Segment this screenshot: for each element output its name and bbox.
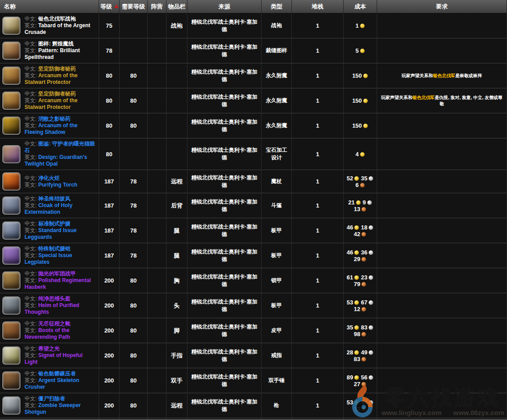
cell-stack: 1 <box>292 243 344 268</box>
legguards-icon[interactable] <box>2 221 21 240</box>
cell-level: 200 <box>99 343 120 368</box>
item-row: 中文: 图样: 辉煌魔线英文: Pattern: Brilliant Spell… <box>0 38 507 63</box>
copper-coin-icon <box>362 332 366 337</box>
requirement-faction-link[interactable]: 银色北伐军 <box>412 95 435 100</box>
hauberk-icon[interactable] <box>2 271 21 290</box>
cn-label: 中文: <box>25 220 38 227</box>
item-name-cn-link[interactable]: 神圣终结披风 <box>38 195 71 202</box>
cost-silver-amount: 36 <box>361 249 374 256</box>
cell-cost: 53 67 12 <box>344 293 377 318</box>
item-row: 中文: 抛光的军团战甲英文: Polished Regimental Haube… <box>0 268 507 293</box>
cell-item-name: 中文: 净化火炬英文: Purifying Torch <box>0 170 99 193</box>
column-header-slot[interactable]: 物品栏 <box>166 0 187 13</box>
cn-label: 中文: <box>25 295 38 302</box>
item-name-lines: 中文: 特殊制式腿铠英文: Special Issue Legplates <box>25 245 97 266</box>
column-header-req-level[interactable]: 需要等级 <box>120 0 148 13</box>
cell-cost: 52 35 6 <box>344 170 377 193</box>
requirement-text: 是仇恨, 敌对, 敌意, 中立, 友善或尊敬 <box>435 95 503 106</box>
torch-icon[interactable] <box>2 172 21 191</box>
cell-source: 精锐北伐军战士奥利卡·塞加德 <box>187 88 262 113</box>
item-name-cn-link[interactable]: 标准制式护腿 <box>38 220 71 227</box>
item-name-cn-link[interactable]: 特殊制式腿铠 <box>38 245 71 252</box>
cell-source: 精锐北伐军战士奥利卡·塞加德 <box>187 38 262 63</box>
requirement-text: 玩家声望关系和 <box>402 73 433 78</box>
item-name-en-link[interactable]: Purifying Torch <box>38 182 78 188</box>
cell-source: 精锐北伐军战士奥利卡·塞加德 <box>187 268 262 293</box>
item-table: 名称等级需要等级阵营物品栏来源类型堆栈成本要求 中文: 银色北伐军战袍英文: T… <box>0 0 507 420</box>
item-name-cn-link[interactable]: 净化火炬 <box>38 175 60 181</box>
item-name-cn-link[interactable]: 坚定防御者秘药 <box>38 66 76 72</box>
arcanum-scroll-icon[interactable] <box>2 91 21 110</box>
cell-source: 精锐北伐军战士奥利卡·塞加德 <box>187 318 262 343</box>
item-name-cn-link[interactable]: 坚定防御者秘药 <box>38 91 76 97</box>
cell-cost: 53 94 17 <box>344 393 377 418</box>
cost-gold-amount: 53 <box>347 399 359 406</box>
signet-icon[interactable] <box>2 346 21 365</box>
item-name-cn-link[interactable]: 抛光的军团战甲 <box>38 270 76 277</box>
column-header-name[interactable]: 名称 <box>0 0 99 13</box>
tabard-icon[interactable] <box>2 17 21 35</box>
item-name-block: 中文: 纯净思维头盔英文: Helm of Purified Thoughts <box>2 295 97 316</box>
cell-requirement <box>377 113 507 138</box>
copper-coin-icon <box>362 257 366 262</box>
cloak-icon[interactable] <box>2 196 21 215</box>
shotgun-icon[interactable] <box>2 396 21 415</box>
item-name-lines: 中文: 坚定防御者秘药英文: Arcanum of the Stalwart P… <box>25 66 97 86</box>
cell-type: 板甲 <box>262 243 292 268</box>
item-name-cn-link[interactable]: 僵尸扫除者 <box>38 395 65 402</box>
cell-type: 板甲 <box>262 218 292 243</box>
item-name-cn-line: 中文: 无尽征程之靴 <box>25 320 97 327</box>
column-header-faction[interactable]: 阵营 <box>148 0 166 13</box>
item-name-lines: 中文: 银色骷髅碾压者英文: Argent Skeleton Crusher <box>25 370 97 391</box>
column-header-type[interactable]: 类型 <box>262 0 292 13</box>
item-name-cn-link[interactable]: 消散之影秘药 <box>38 116 71 122</box>
table-body: 中文: 银色北伐军战袍英文: Tabard of the Argent Crus… <box>0 13 507 420</box>
design-scroll-icon[interactable] <box>2 145 21 163</box>
item-name-cn-link[interactable]: 银色骷髅碾压者 <box>38 370 76 377</box>
cost-gold-amount: 46 <box>347 224 359 231</box>
cost-copper-amount: 13 <box>354 206 366 212</box>
gold-coin-icon <box>354 375 359 380</box>
two-hand-maul-icon[interactable] <box>2 371 21 390</box>
item-name-cn-link[interactable]: 无尽征程之靴 <box>38 320 71 327</box>
cost-silver-amount: 18 <box>361 224 374 231</box>
pattern-scroll-icon[interactable] <box>2 42 21 60</box>
helm-icon[interactable] <box>2 296 21 315</box>
cell-stack: 1 <box>292 113 344 138</box>
cell-required-level: 78 <box>120 243 148 268</box>
item-row: 中文: 净化火炬英文: Purifying Torch18778远程精锐北伐军战… <box>0 170 507 193</box>
shadow-arcanum-icon[interactable] <box>2 116 21 135</box>
item-name-cn-link[interactable]: 纯净思维头盔 <box>38 295 71 302</box>
cost-gold-amount: 35 <box>347 324 359 331</box>
item-name-cn-link[interactable]: 银色北伐军战袍 <box>38 16 76 22</box>
cell-stack: 1 <box>292 268 344 293</box>
cn-label: 中文: <box>25 395 38 402</box>
item-name-block: 中文: 坚定防御者秘药英文: Arcanum of the Stalwart P… <box>2 91 97 111</box>
item-name-cn-link[interactable]: 图样: 辉煌魔线 <box>38 41 74 47</box>
en-label: 英文: <box>25 327 38 333</box>
copper-coin-icon <box>362 232 366 237</box>
cell-requirement <box>377 368 507 393</box>
column-header-req[interactable]: 要求 <box>377 0 507 13</box>
item-name-block: 中文: 消散之影秘药英文: Arcanum of the Fleeing Sha… <box>2 116 97 136</box>
column-header-level[interactable]: 等级 <box>99 0 120 13</box>
column-header-label: 需要等级 <box>122 3 145 10</box>
arcanum-scroll-icon[interactable] <box>2 67 21 85</box>
boots-icon[interactable] <box>2 321 21 340</box>
item-name-en-line: 英文: Arcanum of the Stalwart Protector <box>25 72 97 86</box>
column-header-source[interactable]: 来源 <box>187 0 262 13</box>
legplates-icon[interactable] <box>2 246 21 265</box>
cn-label: 中文: <box>25 195 38 202</box>
cost-copper-amount: 6 <box>355 182 365 188</box>
cell-slot: 胸 <box>166 268 187 293</box>
silver-coin-icon <box>369 275 373 280</box>
item-name-en-line: 英文: Cloak of Holy Extermination <box>25 202 97 216</box>
column-header-stack[interactable]: 堆栈 <box>292 0 344 13</box>
column-header-cost[interactable]: 成本 <box>344 0 377 13</box>
cost-gold-amount: 21 <box>348 199 361 206</box>
cell-faction <box>148 138 166 170</box>
item-name-block: 中文: 抛光的军团战甲英文: Polished Regimental Haube… <box>2 270 97 291</box>
requirement-faction-link[interactable]: 银色北伐军 <box>433 73 455 78</box>
item-name-cn-link[interactable]: 希望之光 <box>38 345 60 352</box>
copper-coin-icon <box>362 357 366 362</box>
